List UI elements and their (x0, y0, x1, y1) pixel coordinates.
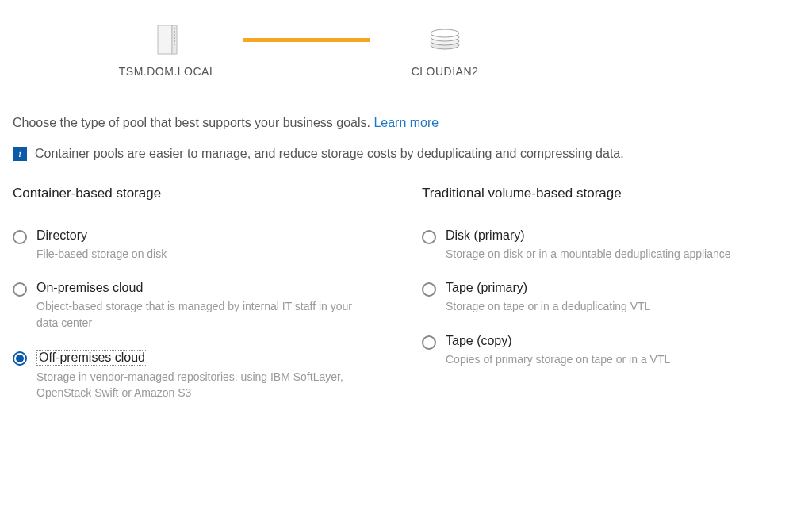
learn-more-link[interactable]: Learn more (373, 116, 439, 129)
radio-tape-primary[interactable] (422, 282, 436, 297)
info-banner: i Container pools are easier to manage, … (13, 144, 799, 163)
option-body-off-premises-cloud: Off-premises cloudStorage in vendor-mana… (36, 350, 370, 401)
option-title-off-premises-cloud: Off-premises cloud (36, 350, 147, 366)
option-title-on-premises-cloud: On-premises cloud (36, 281, 143, 295)
radio-off-premises-cloud[interactable] (13, 351, 27, 366)
option-body-tape-primary: Tape (primary)Storage on tape or in a de… (446, 281, 650, 314)
radio-disk-primary[interactable] (422, 230, 436, 244)
topology-source-node: TSM.DOM.LOCAL (108, 24, 227, 78)
option-title-disk-primary: Disk (primary) (446, 228, 525, 243)
svg-rect-1 (172, 25, 177, 54)
option-desc-tape-copy: Copies of primary storage on tape or in … (446, 351, 670, 367)
option-desc-on-premises-cloud: Object-based storage that is managed by … (36, 298, 370, 331)
option-tape-copy[interactable]: Tape (copy)Copies of primary storage on … (422, 334, 799, 367)
radio-tape-copy[interactable] (422, 335, 436, 350)
option-title-directory: Directory (36, 228, 87, 243)
option-body-tape-copy: Tape (copy)Copies of primary storage on … (446, 334, 670, 367)
option-title-tape-copy: Tape (copy) (446, 334, 512, 348)
option-title-tape-primary: Tape (primary) (446, 281, 527, 295)
server-icon (151, 24, 183, 56)
topology-source-label: TSM.DOM.LOCAL (119, 65, 216, 78)
option-desc-tape-primary: Storage on tape or in a deduplicating VT… (446, 298, 650, 314)
svg-rect-0 (158, 25, 172, 54)
container-storage-header: Container-based storage (13, 186, 390, 201)
topology-target-label: CLOUDIAN2 (412, 65, 479, 78)
option-on-premises-cloud[interactable]: On-premises cloudObject-based storage th… (13, 281, 390, 331)
option-desc-off-premises-cloud: Storage in vendor-managed repositories, … (36, 369, 370, 401)
option-body-on-premises-cloud: On-premises cloudObject-based storage th… (36, 281, 370, 331)
option-tape-primary[interactable]: Tape (primary)Storage on tape or in a de… (422, 281, 799, 314)
intro-text: Choose the type of pool that best suppor… (13, 116, 799, 130)
container-storage-column: Container-based storage DirectoryFile-ba… (13, 186, 390, 420)
topology-connector (243, 38, 370, 42)
option-body-directory: DirectoryFile-based storage on disk (36, 228, 167, 262)
option-off-premises-cloud[interactable]: Off-premises cloudStorage in vendor-mana… (13, 350, 390, 401)
radio-directory[interactable] (13, 230, 27, 244)
info-text: Container pools are easier to manage, an… (35, 144, 624, 163)
topology-diagram: TSM.DOM.LOCAL CLOUDIAN2 (108, 24, 799, 78)
option-desc-disk-primary: Storage on disk or in a mountable dedupl… (446, 246, 731, 262)
cloud-stack-icon (429, 24, 461, 56)
option-directory[interactable]: DirectoryFile-based storage on disk (13, 228, 390, 262)
topology-target-node: CLOUDIAN2 (385, 24, 504, 78)
svg-point-11 (431, 29, 459, 37)
radio-on-premises-cloud[interactable] (13, 282, 27, 297)
traditional-storage-header: Traditional volume-based storage (422, 186, 799, 201)
info-icon: i (13, 147, 27, 161)
option-desc-directory: File-based storage on disk (36, 246, 167, 262)
option-disk-primary[interactable]: Disk (primary)Storage on disk or in a mo… (422, 228, 799, 262)
intro-description: Choose the type of pool that best suppor… (13, 116, 373, 129)
traditional-storage-column: Traditional volume-based storage Disk (p… (422, 186, 799, 420)
option-body-disk-primary: Disk (primary)Storage on disk or in a mo… (446, 228, 731, 262)
